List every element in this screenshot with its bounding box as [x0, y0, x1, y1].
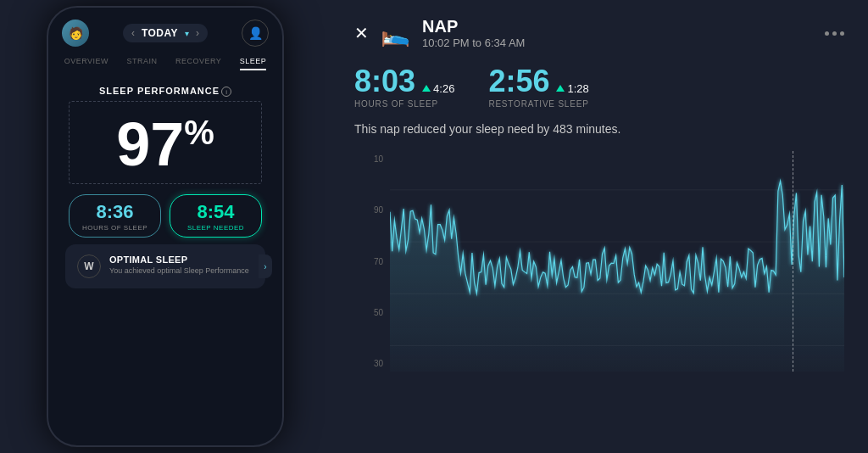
tab-recovery[interactable]: RECOVERY	[175, 57, 221, 70]
sleep-performance-header: SLEEP PERFORMANCE i	[65, 86, 265, 98]
nav-tabs: OVERVIEW STRAIN RECOVERY SLEEP	[48, 53, 282, 77]
hours-of-sleep-stat: 8:03 4:26 HOURS OF SLEEP	[354, 66, 454, 109]
prev-day-button[interactable]: ‹	[131, 27, 135, 39]
up-arrow-icon	[422, 85, 431, 92]
restorative-sleep-stat: 2:56 1:28 RESTORATIVE SLEEP	[488, 66, 588, 109]
whoop-badge: W	[77, 254, 101, 278]
nap-stats-row: 8:03 4:26 HOURS OF SLEEP 2:56 1:28 RESTO…	[354, 66, 844, 109]
metrics-row: 8:36 HOURS OF SLEEP 8:54 SLEEP NEEDED	[69, 194, 262, 238]
sleep-chart: 10 90 70 50 30	[363, 151, 844, 372]
hours-of-sleep-main: 8:03	[354, 66, 415, 97]
restorative-main: 2:56	[488, 66, 549, 97]
percent-box: 97%	[69, 101, 262, 184]
info-icon[interactable]: i	[221, 87, 231, 97]
sleep-performance-title: SLEEP PERFORMANCE	[99, 86, 220, 96]
nap-header: ✕ 🛌 NAP 10:02 PM to 6:34 AM	[354, 17, 844, 49]
sleep-needed-pill: 8:54 SLEEP NEEDED	[170, 194, 262, 238]
hours-of-sleep-row: 8:03 4:26	[354, 66, 454, 97]
y-label-70: 70	[363, 257, 383, 266]
hours-of-sleep-delta: 4:26	[422, 82, 454, 95]
nap-time: 10:02 PM to 6:34 AM	[422, 36, 525, 49]
chart-canvas-area	[390, 151, 844, 372]
dot3	[840, 31, 844, 36]
sleep-percent: 97%	[75, 114, 256, 175]
hours-of-sleep-value: 8:36	[73, 202, 157, 222]
sleep-needed-value: 8:54	[174, 202, 258, 222]
phone-header: 🧑 ‹ TODAY ▾ › 👤	[48, 8, 282, 53]
y-label-100: 10	[363, 154, 383, 164]
next-day-button[interactable]: ›	[196, 27, 199, 39]
tab-overview[interactable]: OVERVIEW	[64, 57, 108, 70]
nap-description: This nap reduced your sleep need by 483 …	[354, 122, 844, 136]
phone-device: 🧑 ‹ TODAY ▾ › 👤 OVERVIEW STRAIN RECOVERY…	[47, 6, 284, 447]
optimal-card-wrapper: W OPTIMAL SLEEP You achieved optimal Sle…	[65, 244, 265, 288]
optimal-title: OPTIMAL SLEEP	[109, 254, 249, 265]
expand-arrow[interactable]: ›	[259, 254, 272, 278]
y-label-90: 90	[363, 205, 383, 215]
hours-of-sleep-pill: 8:36 HOURS OF SLEEP	[69, 194, 161, 238]
sleep-chart-canvas	[390, 151, 844, 372]
avatar[interactable]: 🧑	[62, 20, 89, 47]
profile-button[interactable]: 👤	[242, 20, 269, 47]
chart-y-axis: 10 90 70 50 30	[363, 151, 383, 372]
y-label-30: 30	[363, 359, 383, 368]
nap-icon: 🛌	[381, 20, 410, 48]
sleep-content: SLEEP PERFORMANCE i 97% 8:36 HOURS OF SL…	[48, 77, 282, 297]
more-options-button[interactable]	[825, 31, 844, 36]
close-button[interactable]: ✕	[354, 23, 369, 43]
date-dropdown-icon[interactable]: ▾	[185, 29, 189, 38]
nap-panel: ✕ 🛌 NAP 10:02 PM to 6:34 AM 8:03 4:26 HO…	[331, 0, 868, 453]
optimal-text: OPTIMAL SLEEP You achieved optimal Sleep…	[109, 254, 249, 275]
up-arrow-icon-2	[556, 85, 565, 92]
nap-header-left: ✕ 🛌 NAP 10:02 PM to 6:34 AM	[354, 17, 525, 49]
date-navigation[interactable]: ‹ TODAY ▾ ›	[123, 24, 208, 42]
hours-of-sleep-label: HOURS OF SLEEP	[73, 224, 157, 232]
restorative-label: RESTORATIVE SLEEP	[488, 99, 588, 109]
nap-info: NAP 10:02 PM to 6:34 AM	[422, 17, 525, 49]
current-date-label: TODAY	[142, 27, 178, 39]
sleep-needed-label: SLEEP NEEDED	[174, 224, 258, 232]
dot1	[825, 31, 829, 36]
phone-panel: 🧑 ‹ TODAY ▾ › 👤 OVERVIEW STRAIN RECOVERY…	[0, 0, 331, 453]
optimal-card: W OPTIMAL SLEEP You achieved optimal Sle…	[65, 244, 265, 288]
restorative-delta: 1:28	[556, 82, 588, 95]
hours-of-sleep-label-nap: HOURS OF SLEEP	[354, 99, 454, 109]
chart-dashed-line	[793, 151, 793, 372]
optimal-subtitle: You achieved optimal Sleep Performance	[109, 266, 249, 275]
tab-sleep[interactable]: SLEEP	[240, 57, 267, 70]
restorative-row: 2:56 1:28	[488, 66, 588, 97]
y-label-50: 50	[363, 308, 383, 317]
nap-title: NAP	[422, 17, 525, 36]
dot2	[832, 31, 837, 36]
tab-strain[interactable]: STRAIN	[126, 57, 157, 70]
